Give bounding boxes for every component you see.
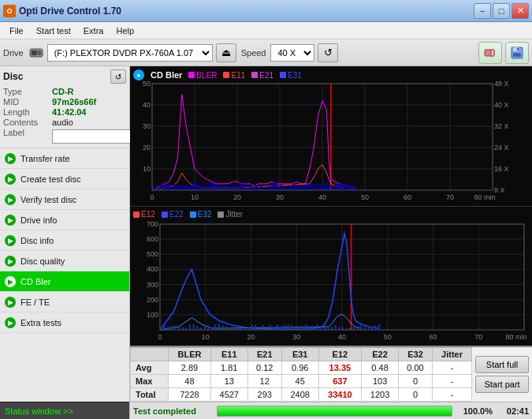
row-avg-bler: 2.89 [169, 361, 211, 375]
menu-help[interactable]: Help [110, 24, 140, 37]
eject-button[interactable]: ⏏ [216, 43, 236, 62]
chart2-legend-jitter: Jitter [218, 210, 243, 219]
chart2-legend-e32-label: E32 [198, 210, 212, 219]
disc-section: Disc ↺ Type CD-R MID 97m26s66f Length 41… [0, 66, 129, 148]
menu-bar: File Start test Extra Help [0, 22, 532, 39]
row-max-e32: 0 [399, 375, 433, 388]
progress-time: 02:41 [497, 406, 529, 416]
row-avg-e22: 0.48 [362, 361, 399, 375]
data-section: BLER E11 E21 E31 E12 E22 E32 Jitter Avg [130, 346, 532, 419]
col-header-empty [131, 348, 169, 361]
title-bar: O Opti Drive Control 1.70 − □ ✕ [0, 0, 532, 22]
row-total-jitter: - [433, 388, 472, 402]
svg-rect-8 [513, 53, 521, 57]
disc-mid-row: MID 97m26s66f [3, 97, 126, 107]
row-avg-e31: 0.96 [281, 361, 318, 375]
disc-title: Disc [3, 71, 23, 82]
row-total-e31: 2408 [281, 388, 318, 402]
nav-item-cd-bler[interactable]: ▶ CD Bler [0, 271, 129, 292]
nav-label-verify-test-disc: Verify test disc [20, 195, 76, 204]
nav-item-extra-tests[interactable]: ▶ Extra tests [0, 312, 129, 333]
nav-label-fe-te: FE / TE [20, 297, 50, 307]
disc-refresh-button[interactable]: ↺ [110, 69, 126, 84]
row-total-e21: 293 [247, 388, 281, 402]
maximize-button[interactable]: □ [493, 3, 510, 19]
table-row-avg: Avg 2.89 1.81 0.12 0.96 13.35 0.48 0.00 … [131, 361, 472, 375]
progress-bar-fill [218, 406, 452, 416]
toolbar: Drive (F:) PLEXTOR DVDR PX-760A 1.07 ⏏ S… [0, 39, 532, 66]
chart2-canvas [130, 207, 532, 346]
speed-select[interactable]: 40 X [270, 44, 314, 62]
nav-label-disc-quality: Disc quality [20, 256, 65, 266]
start-part-button[interactable]: Start part [475, 376, 529, 393]
eraser-button[interactable] [478, 42, 502, 64]
row-total-bler: 7228 [169, 388, 211, 402]
col-header-e11: E11 [210, 348, 247, 361]
nav-label-extra-tests: Extra tests [20, 318, 61, 327]
nav-item-disc-info[interactable]: ▶ Disc info [0, 230, 129, 251]
col-header-e12: E12 [318, 348, 362, 361]
disc-mid-val: 97m26s66f [52, 97, 96, 107]
nav-label-create-test-disc: Create test disc [20, 174, 80, 184]
disc-label-row: Label ⚙ [3, 128, 126, 144]
progress-percent: 100.0% [457, 406, 493, 416]
chart1-legend-bler: BLER [188, 71, 217, 80]
menu-extra[interactable]: Extra [77, 24, 110, 37]
drive-select[interactable]: (F:) PLEXTOR DVDR PX-760A 1.07 [47, 44, 213, 62]
col-header-e21: E21 [247, 348, 281, 361]
menu-file[interactable]: File [3, 24, 30, 37]
row-avg-jitter: - [433, 361, 472, 375]
menu-start-test[interactable]: Start test [30, 24, 77, 37]
start-full-button[interactable]: Start full [475, 356, 529, 373]
nav-icon-drive-info: ▶ [5, 215, 16, 226]
app-title: Opti Drive Control 1.70 [19, 6, 121, 17]
close-button[interactable]: ✕ [512, 3, 529, 19]
data-table: BLER E11 E21 E31 E12 E22 E32 Jitter Avg [130, 347, 472, 402]
nav-item-create-test-disc[interactable]: ▶ Create test disc [0, 169, 129, 189]
nav-icon-disc-quality: ▶ [5, 256, 16, 267]
chart1-title: CD Bler [151, 70, 182, 80]
col-header-e32: E32 [399, 348, 433, 361]
drive-label: Drive [3, 48, 24, 58]
title-bar-left: O Opti Drive Control 1.70 [3, 5, 121, 17]
progress-bar-section: Test completed 100.0% 02:41 [130, 402, 532, 419]
nav-icon-transfer-rate: ▶ [5, 153, 16, 164]
nav-label-cd-bler: CD Bler [20, 277, 51, 286]
status-window-button[interactable]: Status window >> [0, 402, 129, 419]
disc-length-val: 41:42.04 [52, 107, 86, 117]
chart2-legend-e12-label: E12 [141, 210, 155, 219]
nav-icon-verify-test-disc: ▶ [5, 194, 16, 205]
disc-length-row: Length 41:42.04 [3, 107, 126, 117]
refresh-button[interactable]: ↺ [318, 43, 338, 62]
table-row-max: Max 48 13 12 45 637 103 0 - [131, 375, 472, 388]
chart1-legend-e11: E11 [223, 71, 245, 80]
nav-item-fe-te[interactable]: ▶ FE / TE [0, 292, 129, 312]
title-buttons: − □ ✕ [474, 3, 529, 19]
nav-icon-disc-info: ▶ [5, 235, 16, 246]
left-panel: Disc ↺ Type CD-R MID 97m26s66f Length 41… [0, 66, 130, 419]
disc-mid-key: MID [3, 97, 52, 107]
data-table-wrapper: BLER E11 E21 E31 E12 E22 E32 Jitter Avg [130, 347, 532, 402]
chart1-legend-e21: E21 [251, 71, 273, 80]
speed-label: Speed [241, 48, 266, 58]
row-total-e22: 1203 [362, 388, 399, 402]
nav-icon-extra-tests: ▶ [5, 317, 16, 328]
row-max-jitter: - [433, 375, 472, 388]
nav-item-drive-info[interactable]: ▶ Drive info [0, 210, 129, 230]
chart2-area: E12 E22 E32 Jitter [130, 207, 532, 346]
chart2-title-area: E12 E22 E32 Jitter [133, 210, 243, 219]
row-max-e21: 12 [247, 375, 281, 388]
nav-item-transfer-rate[interactable]: ▶ Transfer rate [0, 148, 129, 169]
minimize-button[interactable]: − [474, 3, 491, 19]
row-max-e31: 45 [281, 375, 318, 388]
nav-item-verify-test-disc[interactable]: ▶ Verify test disc [0, 189, 129, 210]
row-max-e22: 103 [362, 375, 399, 388]
nav-icon-cd-bler: ▶ [5, 276, 16, 287]
row-avg-e12: 13.35 [318, 361, 362, 375]
nav-item-disc-quality[interactable]: ▶ Disc quality [0, 251, 129, 271]
save-button[interactable] [505, 42, 529, 64]
svg-rect-3 [38, 52, 41, 54]
table-header-row: BLER E11 E21 E31 E12 E22 E32 Jitter [131, 348, 472, 361]
row-total-e12: 33410 [318, 388, 362, 402]
col-header-e22: E22 [362, 348, 399, 361]
